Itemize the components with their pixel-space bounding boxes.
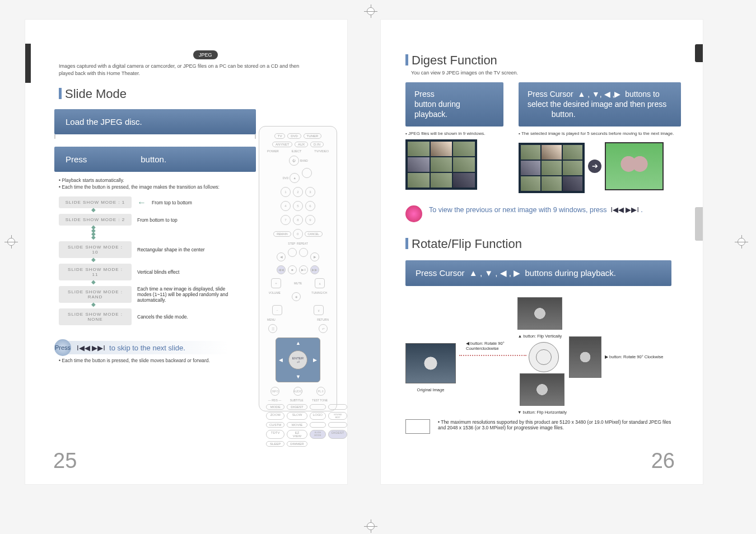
digest-col-1: Press button during playback. JPEG files…: [405, 82, 512, 193]
rotate-cw-image: [569, 336, 601, 378]
digest-title-text: Digest Function: [412, 53, 497, 67]
side-tab-left: [25, 44, 31, 83]
d2-note: The selected image is played for 5 secon…: [519, 131, 687, 136]
intro-text: Images captured with a digital camera or…: [25, 59, 347, 77]
mode-chip-10: SLIDE SHOW MODE : 10: [59, 241, 132, 258]
remote-anynet: ANYNET: [272, 142, 292, 147]
rot-left-b: Counterclockwise: [466, 346, 499, 351]
mode-desc-rand: Each time a new image is displayed, slid…: [137, 286, 238, 303]
remote-dvd: DVD: [287, 133, 301, 139]
thumb: [431, 157, 452, 172]
play-icon: ▶II: [299, 265, 308, 274]
rb-movie: MOVIE: [287, 422, 307, 428]
rb-tdtv: TDTV: [266, 430, 284, 439]
num-6: 6: [305, 201, 315, 211]
heading-bar: [405, 54, 408, 65]
rb-blank1: [310, 404, 326, 410]
digest-subtitle: You can view 9 JPEG images on the TV scr…: [381, 70, 703, 76]
rb-custm: CUSTM: [266, 422, 284, 428]
thumb-grid-2: [519, 143, 585, 193]
rb-soundedit: SOUND EDIT: [328, 412, 347, 420]
enter-button: ENTER⏎: [288, 350, 307, 369]
rb-zoom: ZOOM: [266, 412, 284, 420]
nav-right-icon: ▶: [313, 357, 317, 363]
thumb: [408, 142, 430, 156]
next-icon: ▶: [310, 252, 319, 261]
original-image: [405, 343, 456, 383]
prev-icon: ◀: [277, 252, 286, 261]
thumb: [453, 157, 475, 172]
num-2: 2: [293, 187, 303, 197]
mode-desc-1: From top to bottom: [152, 200, 253, 205]
rb-blank3: [310, 422, 326, 428]
flip-vert-image: [517, 297, 562, 330]
dotted-line: [459, 355, 526, 356]
step-spacer: [54, 134, 256, 139]
thumb: [542, 176, 561, 191]
mode-desc-none: Cancels the slide mode.: [137, 314, 238, 320]
stop-icon: ■: [288, 265, 297, 274]
step-label: STEP: [288, 242, 295, 245]
rot-top-label: ▲ button: Flip Vertically: [517, 334, 562, 339]
resolution-note: The maximum resolutions supported by thi…: [405, 419, 703, 434]
slide-mode-title-text: Slide Mode: [65, 87, 127, 101]
crop-mark-left: [4, 242, 21, 259]
rb-digest: DIGEST: [287, 404, 307, 410]
digest-heading: Digest Function: [381, 53, 703, 68]
rb-slow: SLOW: [287, 412, 307, 420]
crop-circle: [367, 522, 375, 530]
slide-mode-heading: Slide Mode: [25, 87, 347, 101]
mode-desc-2: From bottom to top: [137, 217, 238, 223]
tip-a: To view the previous or next image with …: [429, 206, 607, 214]
cancel-btn: CANCEL: [305, 231, 323, 237]
rb-sleep: SLEEP: [266, 441, 284, 447]
rb-logo: LOGO: [310, 412, 326, 420]
remote-tuner: TUNER: [304, 133, 322, 139]
thumb: [563, 176, 582, 191]
mute-label: MUTE: [294, 282, 302, 285]
thumb: [542, 145, 561, 160]
digest-result-row: ➔: [519, 139, 687, 193]
rotate-title-text: Rotate/Flip Function: [412, 237, 522, 251]
rb-digest2: DIGEST: [328, 430, 347, 439]
thumb: [521, 176, 540, 191]
remote-control-diagram: TV DVD TUNER ANYNET AUX D.IN POWER EJECT…: [259, 126, 337, 411]
remote-tvvideo-label: TV/VIDEO: [314, 149, 329, 153]
menu-label: MENU: [267, 318, 276, 321]
thumb: [542, 161, 561, 175]
thumb-grid-1: [405, 139, 477, 190]
crop-circle: [7, 238, 15, 246]
repeat-label: REPEAT: [297, 242, 308, 245]
rot-b: buttons during playback.: [525, 268, 616, 278]
nav-up-icon: ▲: [296, 340, 301, 346]
rot-top-block: ▲ button: Flip Vertically: [517, 297, 562, 339]
selected-image: [605, 142, 664, 190]
d1-rest: button during playback.: [414, 100, 460, 119]
tip-badge-icon: [405, 205, 422, 222]
ff-icon: ▶▶: [310, 265, 319, 274]
skip-press: Press: [55, 344, 71, 351]
digest-step-2: Press Cursor ▲ , ▼, ◀ ,▶ buttons to sele…: [519, 82, 681, 127]
step2-press: Press: [66, 154, 87, 164]
rotate-diagram: Original Image ▲ button: Flip Vertically…: [405, 297, 674, 415]
step2-button: button.: [141, 154, 166, 164]
heading-bar: [405, 238, 408, 249]
d2-c: button.: [552, 110, 576, 119]
vol-down: －: [272, 305, 282, 315]
info-btn: INFO: [270, 387, 279, 396]
power-icon: ⏻: [289, 156, 299, 166]
crop-circle: [738, 238, 745, 246]
remote-aux: AUX: [295, 142, 308, 147]
center-knob: [529, 342, 559, 372]
num-0: 0: [293, 229, 303, 239]
mode-chip-none: SLIDE SHOW MODE : NONE: [59, 308, 132, 325]
rot-right-label: ▶ button: Rotate 90° Clockwise: [605, 354, 663, 359]
remote-power-label: POWER: [267, 149, 279, 153]
d1-note: JPEG files will be shown in 9 windows.: [405, 131, 512, 136]
tip-row: To view the previous or next image with …: [405, 205, 703, 222]
mode-chip-11: SLIDE SHOW MODE : 11: [59, 264, 132, 280]
remote-eject-label: EJECT: [292, 149, 301, 153]
thumb: [563, 145, 582, 160]
rot-bottom-block: ▼ button: Flip Horizontally: [517, 373, 567, 415]
flip-horiz-image: [520, 373, 564, 406]
